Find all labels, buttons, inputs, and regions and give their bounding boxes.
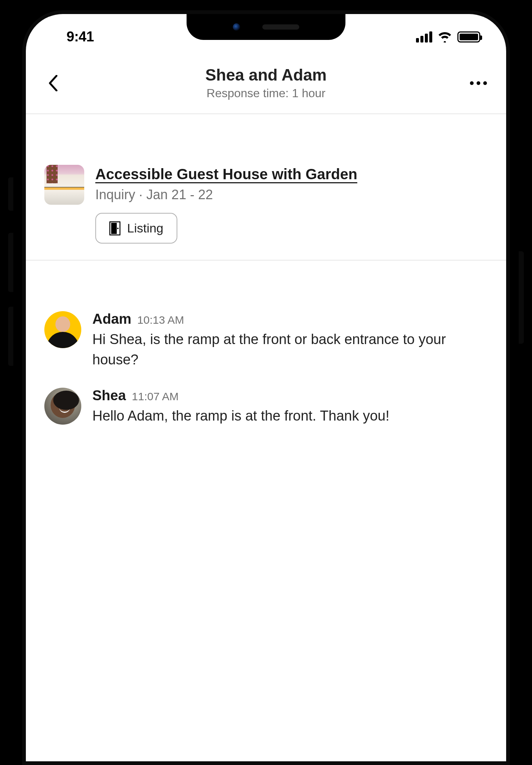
listing-button[interactable]: Listing xyxy=(95,213,177,244)
svg-rect-1 xyxy=(111,223,117,234)
message-list[interactable]: Adam 10:13 AM Hi Shea, is the ramp at th… xyxy=(26,299,506,456)
message-time: 11:07 AM xyxy=(132,390,179,403)
listing-thumbnail xyxy=(44,165,84,205)
dots-icon xyxy=(470,81,474,85)
front-camera xyxy=(233,23,240,31)
notch xyxy=(187,14,345,40)
door-icon xyxy=(109,221,120,235)
phone-volume-down xyxy=(8,307,13,366)
back-button[interactable] xyxy=(41,70,66,96)
response-time-label: Response time: 1 hour xyxy=(66,86,466,100)
screen: 9:41 Shea and Adam xyxy=(26,14,506,761)
cellular-signal-icon xyxy=(416,31,432,42)
speaker-grille xyxy=(262,24,299,30)
message-text: Hello Adam, the ramp is at the front. Th… xyxy=(92,406,488,426)
chevron-left-icon xyxy=(48,75,59,91)
phone-volume-up xyxy=(8,233,13,292)
phone-frame: 9:41 Shea and Adam xyxy=(11,0,521,765)
listing-card[interactable]: Accessible Guest House with Garden Inqui… xyxy=(26,154,506,261)
avatar[interactable] xyxy=(44,388,81,425)
message-time: 10:13 AM xyxy=(137,314,184,326)
listing-title-link[interactable]: Accessible Guest House with Garden xyxy=(95,165,488,183)
conversation-title: Shea and Adam xyxy=(66,66,466,84)
message-text: Hi Shea, is the ramp at the front or bac… xyxy=(92,329,488,370)
message-sender: Shea xyxy=(92,388,126,404)
message-sender: Adam xyxy=(92,311,132,327)
battery-icon xyxy=(457,31,480,42)
avatar[interactable] xyxy=(44,311,81,348)
wifi-icon xyxy=(437,31,452,42)
more-options-button[interactable] xyxy=(466,81,491,85)
status-time: 9:41 xyxy=(66,29,94,45)
svg-point-2 xyxy=(117,228,119,229)
listing-button-label: Listing xyxy=(127,221,163,235)
phone-switch xyxy=(8,177,13,211)
listing-meta: Inquiry · Jan 21 - 22 xyxy=(95,187,488,203)
message-item: Adam 10:13 AM Hi Shea, is the ramp at th… xyxy=(44,311,488,370)
app-header: Shea and Adam Response time: 1 hour xyxy=(26,66,506,114)
message-item: Shea 11:07 AM Hello Adam, the ramp is at… xyxy=(44,388,488,426)
phone-power xyxy=(519,251,524,344)
